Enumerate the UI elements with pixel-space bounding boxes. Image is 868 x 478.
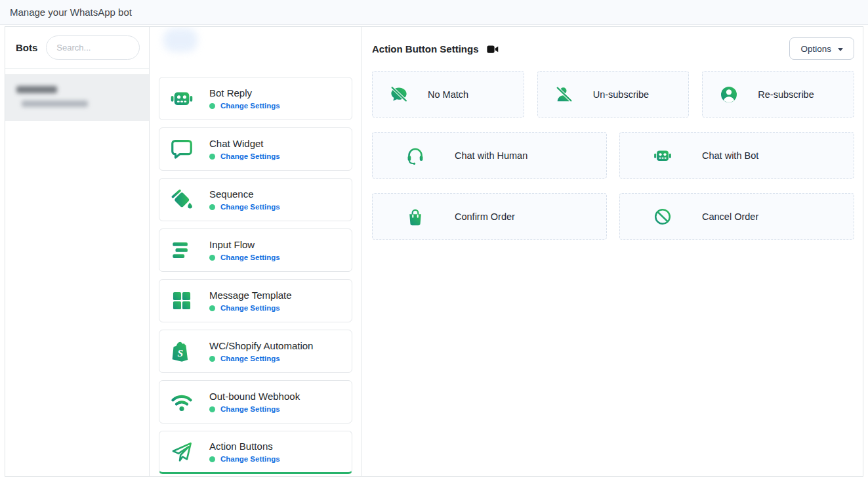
action-buttons-row-3: Confirm Order Cancel Order bbox=[372, 193, 854, 240]
user-slash-icon bbox=[554, 85, 574, 104]
feature-card-bot-reply[interactable]: Bot Reply Change Settings bbox=[159, 77, 352, 120]
robot-icon bbox=[653, 146, 672, 165]
feature-title: Action Buttons bbox=[209, 441, 280, 452]
options-label: Options bbox=[800, 44, 831, 54]
status-dot bbox=[209, 356, 215, 362]
shopify-bag-icon: S bbox=[169, 338, 195, 364]
features-column: Bot Reply Change Settings Chat Widget Ch… bbox=[150, 27, 362, 476]
action-button-label: Chat with Human bbox=[455, 150, 527, 161]
change-settings-link[interactable]: Change Settings bbox=[220, 455, 280, 463]
action-button-unsubscribe[interactable]: Un-subscribe bbox=[537, 71, 690, 118]
feature-title: Out-bound Webhook bbox=[209, 391, 300, 402]
video-camera-icon[interactable] bbox=[487, 45, 499, 54]
action-button-label: Un-subscribe bbox=[593, 89, 649, 100]
change-settings-link[interactable]: Change Settings bbox=[220, 152, 280, 160]
sidebar-header: Bots bbox=[5, 27, 149, 69]
page-title: Manage your WhatsApp bot bbox=[10, 7, 132, 18]
paper-plane-icon bbox=[169, 439, 195, 465]
action-buttons-row-1: No Match Un-subscribe Re-subscribe bbox=[372, 71, 854, 118]
blurred-thumbnail bbox=[163, 28, 197, 52]
feature-title: Input Flow bbox=[209, 239, 280, 250]
status-dot bbox=[209, 154, 215, 160]
svg-text:S: S bbox=[177, 347, 183, 358]
grid-icon bbox=[169, 288, 195, 314]
panel-title: Action Button Settings bbox=[372, 43, 478, 54]
feature-title: Message Template bbox=[209, 290, 292, 301]
options-dropdown-button[interactable]: Options bbox=[789, 37, 854, 60]
action-button-cancel-order[interactable]: Cancel Order bbox=[619, 193, 854, 240]
feature-card-sequence[interactable]: Sequence Change Settings bbox=[159, 178, 352, 221]
main-frame: Bots Bot Reply Change Settings bbox=[5, 26, 863, 477]
action-button-label: Cancel Order bbox=[702, 211, 758, 222]
status-dot bbox=[209, 103, 215, 109]
comment-slash-icon bbox=[389, 85, 409, 104]
bot-list-item-selected[interactable] bbox=[5, 74, 149, 121]
chevron-down-icon bbox=[838, 48, 843, 51]
action-button-resubscribe[interactable]: Re-subscribe bbox=[702, 71, 854, 118]
change-settings-link[interactable]: Change Settings bbox=[220, 102, 280, 110]
action-button-settings-panel: Action Button Settings Options No Match bbox=[362, 27, 863, 476]
bot-phone-redacted bbox=[22, 100, 88, 107]
action-button-chat-with-bot[interactable]: Chat with Bot bbox=[619, 132, 854, 179]
action-button-label: No Match bbox=[428, 89, 468, 100]
bots-sidebar: Bots bbox=[5, 27, 150, 476]
feature-card-input-flow[interactable]: Input Flow Change Settings bbox=[159, 228, 352, 272]
ban-icon bbox=[653, 207, 672, 227]
feature-card-chat-widget[interactable]: Chat Widget Change Settings bbox=[159, 127, 352, 171]
paint-fill-icon bbox=[169, 186, 195, 213]
feature-card-action-buttons[interactable]: Action Buttons Change Settings bbox=[159, 431, 352, 474]
action-button-no-match[interactable]: No Match bbox=[372, 71, 524, 118]
change-settings-link[interactable]: Change Settings bbox=[220, 304, 280, 312]
search-input[interactable] bbox=[46, 35, 140, 60]
action-button-confirm-order[interactable]: Confirm Order bbox=[372, 193, 607, 240]
change-settings-link[interactable]: Change Settings bbox=[220, 355, 280, 362]
feature-title: Bot Reply bbox=[209, 87, 280, 98]
bot-name-redacted bbox=[16, 86, 57, 93]
status-dot bbox=[209, 305, 215, 311]
status-dot bbox=[209, 204, 215, 210]
bars-icon bbox=[169, 237, 195, 263]
change-settings-link[interactable]: Change Settings bbox=[220, 405, 280, 413]
feature-title: Chat Widget bbox=[209, 138, 280, 149]
action-button-chat-with-human[interactable]: Chat with Human bbox=[372, 132, 607, 179]
panel-header: Action Button Settings Options bbox=[372, 37, 854, 60]
action-button-label: Chat with Bot bbox=[702, 150, 758, 161]
feature-card-wc-shopify-automation[interactable]: S WC/Shopify Automation Change Settings bbox=[159, 330, 352, 373]
action-buttons-row-2: Chat with Human Chat with Bot bbox=[372, 132, 854, 179]
chat-bubble-icon bbox=[169, 136, 195, 162]
feature-title: Sequence bbox=[209, 188, 280, 200]
topbar: Manage your WhatsApp bot bbox=[0, 0, 868, 25]
sidebar-title: Bots bbox=[16, 42, 37, 53]
feature-card-outbound-webhook[interactable]: Out-bound Webhook Change Settings bbox=[159, 380, 352, 424]
headset-icon bbox=[405, 146, 425, 165]
action-button-label: Re-subscribe bbox=[758, 89, 814, 100]
status-dot bbox=[209, 255, 215, 261]
status-dot bbox=[209, 456, 215, 462]
change-settings-link[interactable]: Change Settings bbox=[220, 203, 280, 211]
action-button-label: Confirm Order bbox=[455, 211, 515, 222]
shopping-bag-icon bbox=[405, 207, 425, 227]
change-settings-link[interactable]: Change Settings bbox=[220, 253, 280, 261]
feature-title: WC/Shopify Automation bbox=[209, 340, 313, 351]
status-dot bbox=[209, 406, 215, 412]
feature-card-message-template[interactable]: Message Template Change Settings bbox=[159, 279, 352, 322]
user-circle-icon bbox=[719, 85, 739, 104]
wifi-icon bbox=[169, 389, 195, 415]
robot-icon bbox=[169, 85, 195, 112]
